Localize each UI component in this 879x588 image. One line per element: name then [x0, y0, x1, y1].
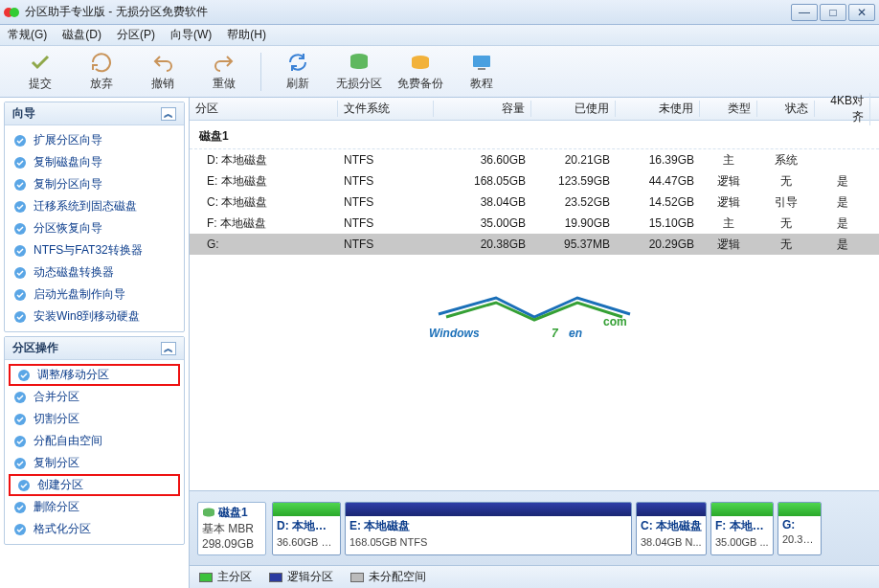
legend-primary-swatch	[199, 573, 213, 582]
window-title: 分区助手专业版 - 无损分区免费软件	[25, 4, 791, 20]
disk-partition-2[interactable]: C: 本地磁盘38.04GB N...	[636, 502, 707, 555]
wizard-item-7[interactable]: 启动光盘制作向导	[5, 283, 184, 305]
disk-partition-4[interactable]: G:20.38...	[778, 502, 822, 555]
col-capacity[interactable]: 容量	[434, 101, 531, 117]
wizard-item-1[interactable]: 复制磁盘向导	[5, 151, 184, 173]
ops-item-5[interactable]: 创建分区	[9, 474, 180, 496]
wizard-item-6[interactable]: 动态磁盘转换器	[5, 261, 184, 283]
table-row[interactable]: D: 本地磁盘NTFS36.60GB20.21GB16.39GB主系统	[190, 149, 879, 170]
menu-partition[interactable]: 分区(P)	[117, 27, 155, 43]
ops-item-4[interactable]: 复制分区	[5, 452, 184, 474]
table-row[interactable]: E: 本地磁盘NTFS168.05GB123.59GB44.47GB逻辑无是	[190, 170, 879, 192]
wizard-icon	[12, 177, 28, 192]
ops-panel: 分区操作 ︽ 调整/移动分区合并分区切割分区分配自由空间复制分区创建分区删除分区…	[4, 336, 185, 545]
redo-button[interactable]: 重做	[193, 51, 255, 92]
menu-general[interactable]: 常规(G)	[8, 27, 47, 43]
disk-partition-1[interactable]: E: 本地磁盘168.05GB NTFS	[345, 502, 632, 555]
col-filesystem[interactable]: 文件系统	[338, 101, 434, 117]
wizard-icon	[12, 133, 28, 148]
sidebar-item-label: 安装Win8到移动硬盘	[34, 308, 140, 325]
partition-icon	[348, 51, 371, 74]
lossless-button[interactable]: 无损分区	[328, 51, 390, 92]
refresh-button[interactable]: 刷新	[267, 51, 328, 92]
col-free[interactable]: 未使用	[616, 101, 700, 117]
wizard-icon	[12, 243, 28, 259]
table-row[interactable]: G:NTFS20.38GB95.37MB20.29GB逻辑无是	[190, 234, 879, 255]
col-type[interactable]: 类型	[700, 101, 757, 117]
sidebar-item-label: 复制磁盘向导	[34, 154, 102, 170]
max-button[interactable]: □	[820, 4, 846, 21]
discard-icon	[90, 51, 113, 74]
toolbar: 提交 放弃 撤销 重做 刷新 无损分区 免费备份 教程	[0, 46, 879, 98]
toolbar-separator	[260, 53, 261, 91]
disk-info[interactable]: 磁盘1 基本 MBR 298.09GB	[197, 502, 266, 555]
disk-header[interactable]: 磁盘1	[190, 121, 879, 149]
wizard-panel-title: 向导	[12, 105, 35, 122]
sidebar-item-label: 切割分区	[34, 411, 79, 427]
backup-button[interactable]: 免费备份	[390, 51, 451, 92]
sidebar-item-label: 删除分区	[34, 499, 79, 515]
sidebar-item-label: 调整/移动分区	[37, 367, 109, 383]
svg-rect-4	[473, 56, 490, 67]
ops-icon	[12, 500, 28, 515]
disk-partition-3[interactable]: F: 本地磁...35.00GB ...	[710, 502, 774, 555]
menubar: 常规(G) 磁盘(D) 分区(P) 向导(W) 帮助(H)	[0, 25, 879, 46]
titlebar: 分区助手专业版 - 无损分区免费软件 — □ ✕	[0, 0, 879, 25]
close-button[interactable]: ✕	[848, 4, 875, 21]
ops-icon	[12, 434, 28, 449]
commit-button[interactable]: 提交	[10, 51, 71, 92]
sidebar-item-label: 格式化分区	[34, 521, 91, 537]
collapse-icon[interactable]: ︽	[161, 342, 176, 355]
svg-point-1	[10, 8, 19, 17]
disk-partition-0[interactable]: D: 本地磁盘36.60GB N...	[272, 502, 341, 555]
wizard-item-2[interactable]: 复制分区向导	[5, 173, 184, 195]
wizard-item-4[interactable]: 分区恢复向导	[5, 217, 184, 239]
sidebar-item-label: 创建分区	[37, 477, 83, 493]
wizard-icon	[12, 265, 28, 281]
ops-item-1[interactable]: 合并分区	[5, 386, 184, 408]
ops-item-6[interactable]: 删除分区	[5, 496, 184, 518]
table-row[interactable]: F: 本地磁盘NTFS35.00GB19.90GB15.10GB主无是	[190, 213, 879, 234]
ops-icon	[12, 412, 28, 427]
col-used[interactable]: 已使用	[531, 101, 616, 117]
menu-help[interactable]: 帮助(H)	[227, 27, 266, 43]
legend-logical-swatch	[269, 573, 282, 582]
collapse-icon[interactable]: ︽	[161, 107, 176, 121]
discard-button[interactable]: 放弃	[71, 51, 132, 92]
col-partition[interactable]: 分区	[190, 101, 338, 117]
col-status[interactable]: 状态	[757, 101, 815, 117]
legend-unalloc-swatch	[350, 573, 364, 582]
ops-item-2[interactable]: 切割分区	[5, 408, 184, 430]
wizard-item-5[interactable]: NTFS与FAT32转换器	[5, 239, 184, 261]
watermark: Windows 7 en com	[391, 293, 678, 345]
ops-item-7[interactable]: 格式化分区	[5, 518, 184, 540]
legend-primary: 主分区	[217, 569, 252, 585]
legend: 主分区 逻辑分区 未分配空间	[190, 565, 879, 588]
wizard-item-0[interactable]: 扩展分区向导	[5, 129, 184, 151]
legend-logical: 逻辑分区	[287, 569, 333, 585]
disk-bar: 磁盘1 基本 MBR 298.09GB D: 本地磁盘36.60GB N...E…	[190, 490, 879, 565]
wizard-icon	[12, 309, 28, 325]
wizard-icon	[12, 155, 28, 170]
table-row[interactable]: C: 本地磁盘NTFS38.04GB23.52GB14.52GB逻辑引导是	[190, 192, 879, 213]
ops-item-3[interactable]: 分配自由空间	[5, 430, 184, 452]
sidebar-item-label: 扩展分区向导	[34, 132, 102, 148]
wizard-item-8[interactable]: 安装Win8到移动硬盘	[5, 305, 184, 328]
tutorial-icon	[470, 51, 493, 74]
sidebar: 向导 ︽ 扩展分区向导复制磁盘向导复制分区向导迁移系统到固态磁盘分区恢复向导NT…	[0, 98, 190, 588]
min-button[interactable]: —	[791, 4, 818, 21]
wizard-item-3[interactable]: 迁移系统到固态磁盘	[5, 195, 184, 217]
svg-text:en: en	[569, 327, 582, 340]
undo-button[interactable]: 撤销	[132, 51, 193, 92]
menu-wizard[interactable]: 向导(W)	[170, 27, 212, 43]
app-icon	[4, 5, 19, 20]
ops-item-0[interactable]: 调整/移动分区	[9, 364, 180, 386]
svg-text:7: 7	[552, 327, 559, 340]
sidebar-item-label: 迁移系统到固态磁盘	[34, 198, 137, 215]
sidebar-item-label: 分区恢复向导	[34, 220, 102, 237]
wizard-icon	[12, 199, 28, 215]
sidebar-item-label: 合并分区	[34, 389, 79, 405]
menu-disk[interactable]: 磁盘(D)	[62, 27, 101, 43]
tutorial-button[interactable]: 教程	[451, 51, 512, 92]
ops-panel-title: 分区操作	[12, 340, 58, 356]
